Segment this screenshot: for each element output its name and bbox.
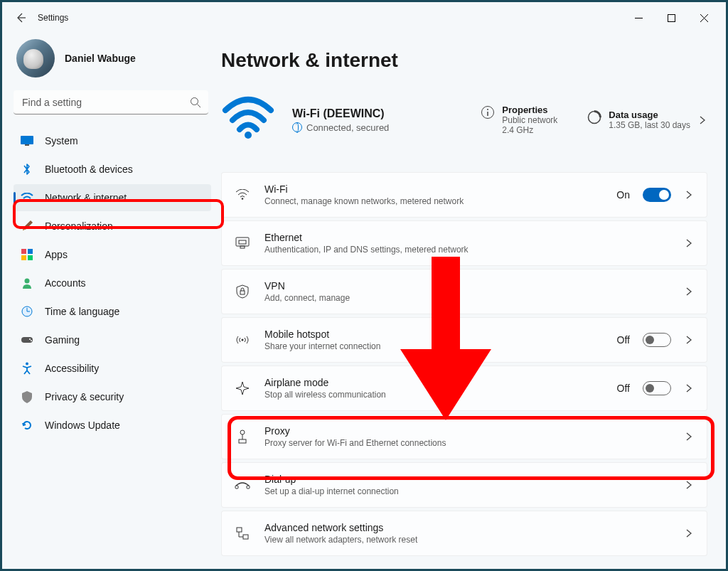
globe-icon bbox=[292, 122, 302, 132]
sidebar-item-update[interactable]: Windows Update bbox=[14, 412, 211, 439]
search-icon bbox=[190, 97, 201, 108]
svg-rect-26 bbox=[239, 439, 246, 443]
sidebar-item-label: Apps bbox=[45, 249, 68, 260]
chevron-right-icon bbox=[684, 190, 694, 200]
wifi-status-row: Wi-Fi (DEEWINC) Connected, secured Prope… bbox=[221, 92, 707, 148]
gaming-icon bbox=[21, 333, 33, 346]
sidebar-item-privacy[interactable]: Privacy & security bbox=[14, 383, 211, 410]
paintbrush-icon bbox=[21, 220, 33, 233]
airplane-toggle[interactable] bbox=[643, 381, 671, 395]
airplane-icon bbox=[235, 381, 250, 395]
sidebar-item-label: Privacy & security bbox=[45, 391, 124, 402]
sidebar-item-label: Accessibility bbox=[45, 363, 99, 374]
item-ethernet[interactable]: Ethernet Authentication, IP and DNS sett… bbox=[221, 220, 707, 266]
svg-rect-21 bbox=[240, 246, 245, 248]
svg-point-1 bbox=[191, 98, 198, 105]
advanced-network-icon bbox=[235, 526, 250, 540]
minimize-button[interactable] bbox=[622, 6, 655, 30]
sidebar-item-label: Time & language bbox=[45, 306, 119, 317]
minimize-icon bbox=[635, 14, 643, 22]
chevron-right-icon bbox=[684, 238, 694, 248]
item-vpn[interactable]: VPN Add, connect, manage bbox=[221, 269, 707, 314]
search-input[interactable] bbox=[14, 90, 208, 114]
svg-point-24 bbox=[242, 339, 244, 341]
wifi-name: Wi-Fi (DEEWINC) bbox=[292, 107, 389, 120]
item-advanced[interactable]: Advanced network settings View all netwo… bbox=[221, 511, 707, 556]
properties-link[interactable]: Properties Public network 2.4 GHz bbox=[481, 105, 580, 135]
svg-rect-2 bbox=[21, 136, 33, 144]
bluetooth-icon bbox=[21, 163, 33, 176]
chevron-right-icon bbox=[684, 432, 694, 442]
svg-rect-5 bbox=[21, 249, 26, 254]
svg-rect-7 bbox=[21, 255, 26, 260]
proxy-icon bbox=[235, 429, 250, 444]
display-icon bbox=[21, 134, 33, 147]
svg-point-19 bbox=[242, 198, 244, 200]
sidebar-item-label: System bbox=[45, 135, 78, 146]
item-airplane[interactable]: Airplane mode Stop all wireless communic… bbox=[221, 365, 707, 411]
svg-point-14 bbox=[26, 363, 28, 365]
chevron-right-icon bbox=[684, 480, 694, 490]
svg-point-9 bbox=[25, 279, 30, 284]
data-usage-icon bbox=[587, 110, 601, 124]
shield-icon bbox=[21, 390, 33, 403]
shield-lock-icon bbox=[235, 284, 250, 299]
sidebar-item-label: Accounts bbox=[45, 277, 86, 289]
sidebar-item-apps[interactable]: Apps bbox=[14, 241, 211, 268]
close-icon bbox=[700, 14, 708, 22]
data-usage-link[interactable]: Data usage 1.35 GB, last 30 days bbox=[587, 110, 690, 130]
svg-point-15 bbox=[245, 132, 252, 139]
chevron-right-icon bbox=[684, 383, 694, 393]
sidebar-item-label: Gaming bbox=[45, 334, 80, 346]
svg-rect-27 bbox=[235, 486, 238, 489]
titlebar: Settings bbox=[2, 2, 726, 33]
sidebar-item-system[interactable]: System bbox=[14, 127, 211, 154]
back-button[interactable] bbox=[8, 5, 33, 31]
sidebar-item-accounts[interactable]: Accounts bbox=[14, 270, 211, 297]
svg-rect-11 bbox=[21, 337, 33, 343]
dialup-icon bbox=[235, 480, 250, 490]
maximize-icon bbox=[668, 14, 675, 22]
svg-rect-3 bbox=[25, 144, 29, 146]
update-icon bbox=[21, 419, 33, 432]
hotspot-icon bbox=[235, 334, 250, 346]
wifi-connection-state: Connected, secured bbox=[306, 122, 389, 133]
sidebar-item-network[interactable]: Network & internet bbox=[14, 184, 211, 211]
clock-globe-icon bbox=[21, 305, 33, 318]
hotspot-toggle[interactable] bbox=[643, 333, 671, 347]
chevron-right-icon[interactable] bbox=[697, 115, 707, 125]
wifi-toggle[interactable] bbox=[643, 188, 671, 202]
svg-rect-20 bbox=[236, 238, 249, 246]
item-wifi[interactable]: Wi-Fi Connect, manage known networks, me… bbox=[221, 172, 707, 218]
sidebar-item-gaming[interactable]: Gaming bbox=[14, 326, 211, 353]
info-icon bbox=[481, 105, 495, 119]
ethernet-icon bbox=[235, 237, 250, 250]
main-content: Network & internet Wi-Fi (DEEWINC) Conne… bbox=[215, 33, 726, 569]
sidebar-item-accessibility[interactable]: Accessibility bbox=[14, 355, 211, 382]
svg-point-25 bbox=[240, 430, 245, 434]
chevron-right-icon bbox=[684, 287, 694, 297]
avatar bbox=[16, 39, 55, 78]
profile[interactable]: Daniel Wabuge bbox=[14, 35, 211, 90]
search-box[interactable] bbox=[14, 90, 208, 114]
svg-point-17 bbox=[487, 109, 488, 110]
sidebar-item-label: Network & internet bbox=[45, 192, 127, 203]
svg-rect-28 bbox=[247, 486, 250, 489]
apps-icon bbox=[21, 248, 33, 261]
maximize-button[interactable] bbox=[655, 6, 687, 30]
window-controls bbox=[622, 6, 720, 30]
svg-rect-8 bbox=[28, 255, 33, 260]
sidebar-item-time[interactable]: Time & language bbox=[14, 298, 211, 325]
item-dialup[interactable]: Dial-up Set up a dial-up internet connec… bbox=[221, 462, 707, 508]
svg-rect-23 bbox=[240, 291, 245, 294]
svg-rect-6 bbox=[28, 249, 33, 254]
svg-rect-29 bbox=[237, 528, 242, 532]
item-proxy[interactable]: Proxy Proxy server for Wi-Fi and Etherne… bbox=[221, 414, 707, 459]
close-button[interactable] bbox=[687, 6, 720, 30]
wifi-icon bbox=[21, 191, 33, 204]
person-icon bbox=[21, 277, 33, 289]
item-hotspot[interactable]: Mobile hotspot Share your internet conne… bbox=[221, 317, 707, 363]
sidebar-item-bluetooth[interactable]: Bluetooth & devices bbox=[14, 156, 211, 183]
sidebar: Daniel Wabuge System Bluetooth & devices… bbox=[2, 33, 215, 569]
sidebar-item-personalization[interactable]: Personalization bbox=[14, 213, 211, 240]
